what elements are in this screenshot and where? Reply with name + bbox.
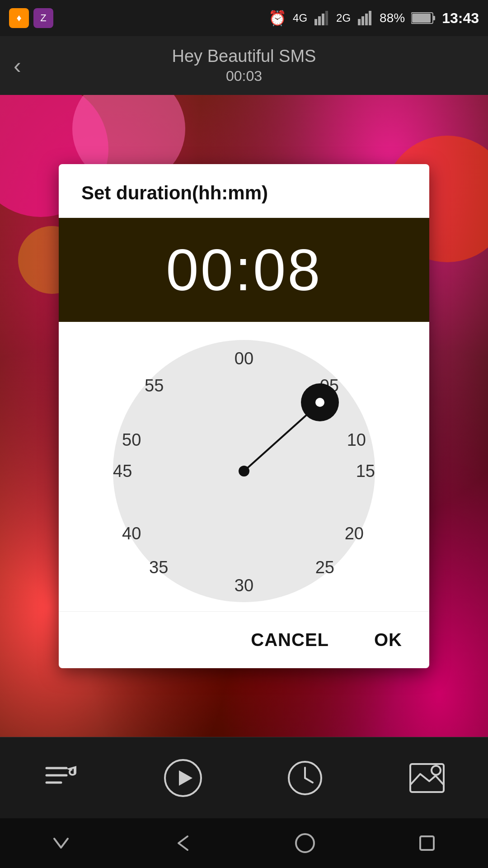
android-nav [0,818,488,868]
alarm-icon: ⏰ [268,9,286,27]
nav-back[interactable] [172,832,194,854]
clock-handle-inner-dot [315,398,324,407]
clock-hand-svg[interactable] [113,340,375,602]
clock-center-dot [239,466,249,476]
notification-icon-2: Z [33,8,53,28]
header: ‹ Hey Beautiful SMS 00:03 [0,36,488,95]
clock-face[interactable]: 00 05 10 15 20 25 30 35 40 45 [113,340,375,602]
svg-rect-2 [322,14,324,25]
svg-rect-10 [433,16,435,20]
status-right: ⏰ 4G 2G 88% 13:43 [268,9,479,27]
signal-2 [357,10,373,26]
nav-history[interactable] [282,755,328,801]
back-button[interactable]: ‹ [14,54,21,77]
svg-marker-16 [179,770,192,786]
network-4g: 4G [293,12,307,24]
nav-home[interactable] [294,832,316,854]
clock-time: 13:43 [442,10,479,27]
svg-rect-9 [412,14,431,23]
dialog: Set duration(hh:mm) 00:08 00 05 10 15 20… [59,164,429,668]
nav-recent[interactable] [416,832,438,854]
status-bar: ♦ Z ⏰ 4G 2G 88% 13:43 [0,0,488,36]
header-subtitle: 00:03 [226,68,262,85]
svg-point-22 [296,834,314,852]
network-2g: 2G [336,12,351,24]
clock-hand-line [244,412,310,471]
svg-rect-4 [358,19,361,25]
battery-icon [411,11,436,25]
nav-play[interactable] [160,755,206,801]
svg-line-19 [305,778,313,783]
clock-area[interactable]: 00 05 10 15 20 25 30 35 40 45 [59,322,429,611]
header-title: Hey Beautiful SMS [172,47,316,66]
time-value: 00:08 [166,237,322,303]
cancel-button[interactable]: CANCEL [242,625,338,655]
notification-icon-1: ♦ [9,8,29,28]
svg-rect-7 [369,11,371,25]
svg-rect-23 [420,836,434,850]
signal-1 [314,10,330,26]
dialog-title: Set duration(hh:mm) [59,164,429,218]
nav-down[interactable] [50,832,72,854]
svg-rect-3 [325,11,328,25]
svg-rect-5 [361,16,364,25]
bottom-nav [0,737,488,818]
dialog-buttons: CANCEL OK [59,611,429,668]
notification-icons: ♦ Z [9,8,53,28]
svg-rect-6 [365,14,368,25]
nav-gallery[interactable] [404,755,450,801]
time-display: 00:08 [59,218,429,322]
ok-button[interactable]: OK [365,625,411,655]
battery-percent: 88% [380,11,405,25]
content-area: Set duration(hh:mm) 00:08 00 05 10 15 20… [0,95,488,737]
svg-rect-0 [314,19,317,25]
nav-playlist[interactable] [38,755,84,801]
svg-point-21 [432,766,441,775]
svg-rect-1 [318,16,321,25]
